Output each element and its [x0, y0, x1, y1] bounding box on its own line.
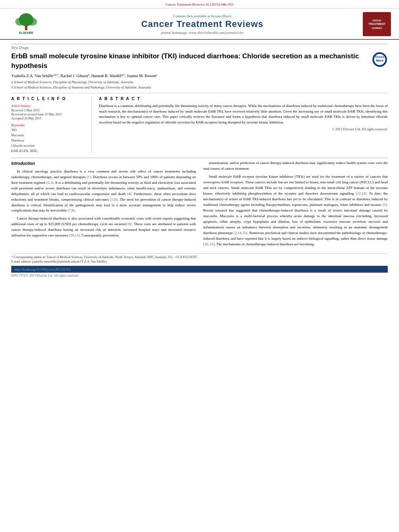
author-2: Rachel J. Gibson	[61, 74, 88, 78]
author-1: Ysabella Z.A. Van Sebille	[11, 74, 53, 78]
elsevier-logo: ELSEVIER	[8, 12, 44, 37]
keyword-3: Diarrhoea	[11, 138, 86, 144]
received-date: Received 5 May 2015	[11, 109, 86, 112]
abstract-heading: A B S T R A C T	[99, 97, 388, 101]
sciencedirect-brand[interactable]: ScienceDirect	[211, 14, 231, 18]
keywords-label: Keywords:	[11, 123, 86, 127]
svg-rect-4	[25, 25, 27, 30]
section-label: New Drugs	[11, 44, 388, 50]
received-revised-date: Received in revised form 25 May 2015	[11, 113, 86, 116]
body-right-column: minimisation, and/or prediction of cance…	[203, 160, 388, 249]
corresponding-author-note: * Corresponding author at: School of Med…	[11, 255, 388, 259]
footnotes-section: * Corresponding author at: School of Med…	[11, 253, 388, 263]
body-left-column: Introduction In clinical oncology practi…	[11, 160, 196, 249]
doi-link[interactable]: http://dx.doi.org/10.1016/j.ctrv.2015.05…	[14, 268, 71, 271]
bottom-copyright-bar: 0305-7372/© 2015 Elsevier Ltd. All right…	[11, 273, 388, 279]
author-1-sup: a,b,*	[53, 73, 59, 76]
affiliations: a School of Medical Sciences, Discipline…	[11, 80, 388, 90]
article-info-abstract-section: A R T I C L E I N F O Article history: R…	[11, 93, 388, 154]
abstract-column: A B S T R A C T Diarrhoea is a common, d…	[99, 97, 388, 154]
author-4-sup: a	[156, 73, 157, 76]
journal-info-center: Contents lists available at ScienceDirec…	[48, 14, 356, 35]
article-title: ErbB small molecule tyrosine kinase inhi…	[11, 51, 388, 71]
body-content: Introduction In clinical oncology practi…	[11, 160, 388, 249]
keyword-2: Mucositis	[11, 133, 86, 138]
page: Cancer Treatment Reviews 41 (2015) 646–6…	[0, 0, 399, 532]
history-label: Article history:	[11, 104, 86, 108]
keyword-5: ErbB (EGFR, HER)	[11, 149, 86, 154]
right-para-1: minimisation, and/or prediction of cance…	[203, 160, 388, 172]
journal-homepage: journal homepage: www.elsevierhealth.com…	[48, 31, 356, 35]
abstract-text: Diarrhoea is a common, debilitating and …	[99, 103, 388, 125]
journal-title: Cancer Treatment Reviews	[48, 19, 356, 29]
journal-logo-image: cancerTREATMENTreviews	[363, 12, 391, 36]
svg-text:ELSEVIER: ELSEVIER	[19, 31, 33, 34]
svg-text:Cross: Cross	[375, 55, 385, 59]
journal-citation: Cancer Treatment Reviews 41 (2015) 646–6…	[166, 2, 234, 6]
journal-header: ELSEVIER Contents lists available at Sci…	[0, 8, 399, 40]
svg-point-3	[27, 18, 37, 26]
journal-citation-bar: Cancer Treatment Reviews 41 (2015) 646–6…	[0, 0, 399, 8]
keyword-1: TKI	[11, 128, 86, 133]
main-content: New Drugs ErbB small molecule tyrosine k…	[0, 40, 399, 283]
svg-text:Mark: Mark	[376, 59, 384, 62]
introduction-heading: Introduction	[11, 160, 196, 167]
right-para-2: Small molecule ErbB receptor tyrosine ki…	[203, 174, 388, 247]
keywords-section: Keywords: TKI Mucositis Diarrhoea Chlori…	[11, 123, 86, 154]
svg-point-2	[15, 18, 25, 26]
doi-bar: http://dx.doi.org/10.1016/j.ctrv.2015.05…	[11, 266, 388, 273]
author-3: Hannah R. Wardill	[91, 74, 121, 78]
author-4: Joanne M. Bowen	[127, 74, 156, 78]
email-note: E-mail address: ysabella.vansebille@adel…	[11, 260, 388, 263]
affiliation-2: b School of Medical Sciences, Discipline…	[11, 85, 388, 90]
intro-para-2: Cancer therapy-induced diarrhoea is also…	[11, 216, 196, 238]
copyright-line: © 2015 Elsevier Ltd. All rights reserved…	[99, 127, 388, 131]
body-divider	[11, 158, 388, 158]
keyword-4: Chloride secretion	[11, 144, 86, 149]
article-info-column: A R T I C L E I N F O Article history: R…	[11, 97, 92, 154]
crossmark-badge[interactable]: Cross Mark	[372, 51, 388, 68]
sciencedirect-link: Contents lists available at ScienceDirec…	[48, 14, 356, 18]
authors-line: Ysabella Z.A. Van Sebillea,b,*, Rachel J…	[11, 73, 388, 78]
affiliation-1: a School of Medical Sciences, Discipline…	[11, 80, 388, 85]
author-3-sup: a,b	[121, 73, 125, 76]
accepted-date: Accepted 26 May 2015	[11, 117, 86, 120]
author-2-sup: b	[88, 73, 90, 76]
article-info-heading: A R T I C L E I N F O	[11, 97, 86, 101]
intro-para-1: In clinical oncology practice diarrhoea …	[11, 169, 196, 214]
